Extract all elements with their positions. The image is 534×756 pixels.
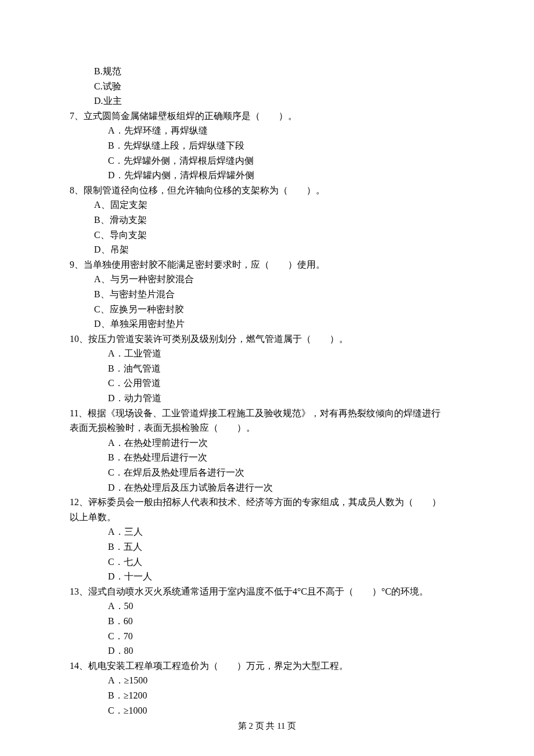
question-13-option-b: B．60 — [70, 614, 464, 629]
question-13-option-c: C．70 — [70, 629, 464, 644]
question-11-option-c: C．在焊后及热处理后各进行一次 — [70, 465, 464, 480]
page-body: B.规范 C.试验 D.业主 7、立式圆筒金属储罐壁板组焊的正确顺序是（ ）。 … — [0, 0, 534, 718]
question-10-option-b: B．油气管道 — [70, 361, 464, 376]
question-7-option-b: B．先焊纵缝上段，后焊纵缝下段 — [70, 138, 464, 153]
question-9-option-b: B、与密封垫片混合 — [70, 287, 464, 302]
question-11-option-a: A．在热处理前进行一次 — [70, 435, 464, 451]
question-12-option-c: C．七人 — [70, 555, 464, 570]
question-12-option-a: A．三人 — [70, 524, 464, 539]
question-9-option-c: C、应换另一种密封胶 — [70, 302, 464, 317]
question-9-stem: 9、当单独使用密封胶不能满足密封要求时，应（ ）使用。 — [70, 257, 464, 272]
question-12-option-d: D．十一人 — [70, 569, 464, 584]
question-14-option-c: C．≥1000 — [70, 703, 464, 718]
question-12-stem-line1: 12、评标委员会一般由招标人代表和技术、经济等方面的专家组成，其成员人数为（ ） — [70, 495, 464, 510]
question-13-option-d: D．80 — [70, 643, 464, 658]
question-8-option-c: C、导向支架 — [70, 228, 464, 243]
question-8-stem: 8、限制管道径向位移，但允许轴向位移的支架称为（ ）。 — [70, 183, 464, 198]
question-7-option-a: A．先焊环缝，再焊纵缝 — [70, 123, 464, 138]
question-7-option-c: C．先焊罐外侧，清焊根后焊缝内侧 — [70, 153, 464, 168]
question-8-option-a: A、固定支架 — [70, 197, 464, 213]
question-10-option-d: D．动力管道 — [70, 391, 464, 406]
question-11-stem-line2: 表面无损检验时，表面无损检验应（ ）。 — [70, 420, 464, 435]
question-14-option-b: B．≥1200 — [70, 688, 464, 703]
question-9-option-a: A、与另一种密封胶混合 — [70, 272, 464, 287]
question-13-stem: 13、湿式自动喷水灭火系统通常适用于室内温度不低于4°C且不高于（ ）°C的环境… — [70, 584, 464, 599]
question-10-option-a: A．工业管道 — [70, 346, 464, 361]
question-14-option-a: A．≥1500 — [70, 673, 464, 688]
question-11-option-b: B．在热处理后进行一次 — [70, 450, 464, 465]
question-7-stem: 7、立式圆筒金属储罐壁板组焊的正确顺序是（ ）。 — [70, 109, 464, 124]
page-footer: 第 2 页 共 11 页 — [0, 719, 534, 733]
question-11-stem-line1: 11、根据《现场设备、工业管道焊接工程施工及验收规范》，对有再热裂纹倾向的焊缝进… — [70, 406, 464, 421]
question-8-option-b: B、滑动支架 — [70, 213, 464, 228]
question-8-option-d: D、吊架 — [70, 242, 464, 257]
orphan-option-c: C.试验 — [70, 79, 464, 94]
question-13-option-a: A．50 — [70, 599, 464, 614]
question-10-option-c: C．公用管道 — [70, 376, 464, 391]
question-14-stem: 14、机电安装工程单项工程造价为（ ）万元，界定为大型工程。 — [70, 658, 464, 674]
question-10-stem: 10、按压力管道安装许可类别及级别划分，燃气管道属于（ ）。 — [70, 332, 464, 347]
question-7-option-d: D．先焊罐内侧，清焊根后焊罐外侧 — [70, 168, 464, 183]
orphan-option-d: D.业主 — [70, 93, 464, 109]
orphan-option-b: B.规范 — [70, 64, 464, 79]
question-12-stem-line2: 以上单数。 — [70, 510, 464, 525]
question-12-option-b: B．五人 — [70, 539, 464, 555]
question-11-option-d: D．在热处理后及压力试验后各进行一次 — [70, 480, 464, 495]
question-9-option-d: D、单独采用密封垫片 — [70, 316, 464, 332]
